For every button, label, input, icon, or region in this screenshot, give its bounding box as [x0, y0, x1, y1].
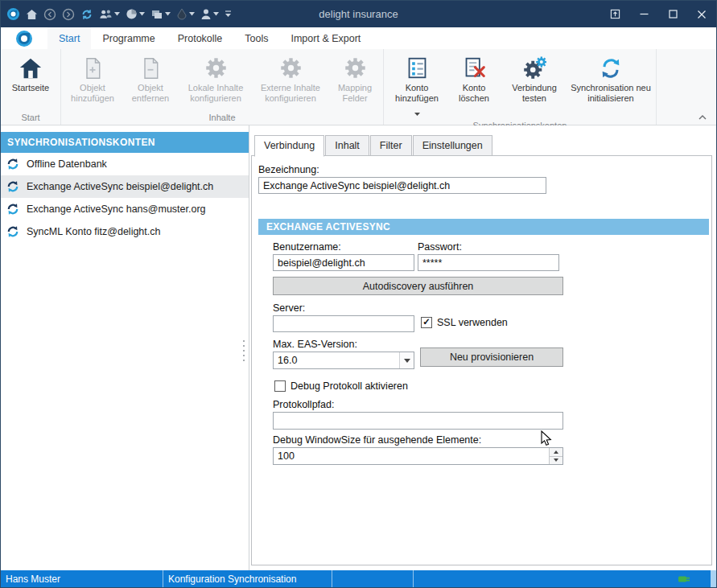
forward-icon[interactable]: [62, 5, 75, 24]
sidebar-header: SYNCHRONISATIONSKONTEN: [1, 132, 249, 153]
statusbar: Hans Muster Konfiguration Synchronisatio…: [1, 570, 716, 587]
checkbox-box[interactable]: ✓: [421, 317, 432, 328]
sidebar-item-label: Offline Datenbank: [27, 158, 107, 170]
document-remove-icon: [139, 54, 162, 82]
gear-icon: [344, 54, 366, 82]
passwort-input[interactable]: [418, 254, 559, 271]
button-label: Mapping Felder: [330, 83, 380, 104]
lokale-inhalte-konfigurieren-button[interactable]: Lokale Inhalte konfigurieren: [180, 51, 251, 111]
konto-hinzufuegen-button[interactable]: Konto hinzufügen: [387, 51, 447, 119]
ssl-checkbox-label: SSL verwenden: [437, 317, 508, 328]
home-icon[interactable]: [26, 5, 38, 24]
ribbon: Startseite Start Objekt hinzufügen Objek…: [1, 49, 716, 125]
section-header-exchange-activesync: EXCHANGE ACTIVESYNC: [258, 219, 709, 235]
chevron-down-icon[interactable]: [399, 352, 414, 368]
externe-inhalte-konfigurieren-button[interactable]: Externe Inhalte konfigurieren: [253, 51, 328, 111]
titlebar: delight insurance: [1, 1, 716, 27]
tab-inhalt[interactable]: Inhalt: [325, 135, 369, 156]
home-icon: [19, 54, 43, 82]
statusbar-user: Hans Muster: [1, 574, 163, 585]
server-label: Server:: [273, 302, 305, 314]
close-icon[interactable]: [687, 1, 716, 27]
ribbon-group-label: Inhalte: [64, 111, 380, 125]
tab-verbindung[interactable]: Verbindung: [254, 135, 324, 157]
quick-access-toolbar: [1, 5, 232, 24]
windowsize-label: Debug WindowSize für ausgehende Elemente…: [273, 434, 481, 446]
sidebar-item-label: Exchange ActiveSync hans@muster.org: [27, 204, 206, 215]
button-label: Externe Inhalte konfigurieren: [253, 83, 328, 104]
windowsize-stepper: [273, 447, 563, 465]
app-menu-button[interactable]: [1, 27, 47, 49]
spinner-up-icon[interactable]: [550, 448, 562, 456]
mapping-felder-button[interactable]: Mapping Felder: [330, 51, 380, 111]
protokollpfad-input[interactable]: [273, 412, 563, 430]
sidebar-item-label: Exchange ActiveSync beispiel@delight.ch: [27, 181, 213, 192]
spinner-down-icon[interactable]: [550, 456, 562, 465]
konto-loeschen-button[interactable]: Konto löschen: [448, 51, 500, 119]
ribbon-tab-tools[interactable]: Tools: [233, 27, 279, 49]
tab-einstellungen[interactable]: Einstellungen: [413, 135, 492, 156]
debug-protokoll-checkbox[interactable]: Debug Protokoll aktivieren: [274, 380, 408, 392]
eas-version-label: Max. EAS-Version:: [273, 339, 357, 350]
pie-chart-icon[interactable]: [126, 5, 145, 24]
eas-version-value: 16.0: [278, 355, 297, 366]
ribbon-group-inhalte: Objekt hinzufügen Objekt entfernen Lokal…: [61, 49, 384, 125]
startseite-button[interactable]: Startseite: [4, 51, 57, 111]
sidebar-item-exchange-hans[interactable]: Exchange ActiveSync hans@muster.org: [1, 198, 249, 220]
user-icon[interactable]: [200, 5, 219, 24]
layers-icon[interactable]: [150, 5, 171, 24]
main-area: Verbindung Inhalt Filter Einstellungen B…: [249, 125, 716, 570]
autodiscovery-button[interactable]: Autodiscovery ausführen: [273, 277, 563, 295]
ribbon-tab-import-export[interactable]: Import & Export: [279, 27, 372, 49]
statusbar-separator: [332, 570, 332, 587]
detail-tabs: Verbindung Inhalt Filter Einstellungen: [251, 135, 712, 156]
button-label: Objekt hinzufügen: [64, 83, 121, 104]
ribbon-group-start: Startseite Start: [1, 49, 61, 125]
button-label: Konto löschen: [448, 83, 500, 104]
checkmark-icon: ✓: [422, 318, 431, 327]
splitter-handle[interactable]: [241, 336, 247, 365]
refresh-icon[interactable]: [80, 5, 93, 24]
minimize-icon[interactable]: [629, 1, 658, 27]
synchronisation-neu-initialisieren-button[interactable]: Synchronisation neu initialisieren: [569, 51, 653, 119]
ink-icon[interactable]: [176, 5, 195, 24]
benutzername-input[interactable]: [273, 254, 414, 271]
checkbox-box[interactable]: [274, 380, 286, 392]
ssl-checkbox[interactable]: ✓ SSL verwenden: [421, 317, 508, 328]
resize-grip[interactable]: [711, 570, 716, 587]
tab-filter[interactable]: Filter: [370, 135, 412, 156]
objekt-hinzufuegen-button[interactable]: Objekt hinzufügen: [64, 51, 121, 111]
bezeichnung-label: Bezeichnung:: [258, 164, 319, 175]
ribbon-tab-programme[interactable]: Programme: [91, 27, 166, 49]
spinner-buttons: [549, 448, 562, 464]
chevron-down-icon: [414, 105, 420, 119]
button-label: Verbindung testen: [501, 83, 567, 104]
benutzername-label: Benutzername:: [273, 241, 341, 253]
qat-menu-chevron-icon[interactable]: [225, 5, 232, 24]
document-add-icon: [81, 54, 104, 82]
server-input[interactable]: [273, 315, 414, 332]
bezeichnung-input[interactable]: [258, 177, 546, 194]
windowsize-input[interactable]: [273, 447, 563, 465]
maximize-icon[interactable]: [658, 1, 687, 27]
ribbon-tab-start[interactable]: Start: [47, 27, 91, 49]
objekt-entfernen-button[interactable]: Objekt entfernen: [122, 51, 179, 111]
sync-icon: [6, 157, 20, 171]
account-delete-icon: [463, 54, 486, 82]
verbindung-testen-button[interactable]: Verbindung testen: [501, 51, 567, 119]
neu-provisionieren-button[interactable]: Neu provisionieren: [420, 347, 563, 367]
button-label: Synchronisation neu initialisieren: [569, 83, 653, 104]
protokollpfad-label: Protokollpfad:: [273, 399, 334, 410]
sidebar-item-offline-datenbank[interactable]: Offline Datenbank: [1, 153, 249, 175]
app-icon[interactable]: [6, 5, 20, 24]
eas-version-select[interactable]: 16.0: [273, 352, 414, 369]
back-icon[interactable]: [43, 5, 56, 24]
ribbon-tab-protokolle[interactable]: Protokolle: [167, 27, 234, 49]
button-label: Startseite: [12, 83, 49, 93]
statusbar-separator: [413, 570, 414, 587]
collapse-ribbon-button[interactable]: [696, 112, 709, 122]
expand-icon[interactable]: [600, 1, 629, 27]
sidebar-item-exchange-beispiel[interactable]: Exchange ActiveSync beispiel@delight.ch: [1, 175, 249, 198]
contacts-icon[interactable]: [99, 5, 120, 24]
sidebar-item-syncml-fitz[interactable]: SyncML Konto fitz@delight.ch: [1, 220, 249, 243]
